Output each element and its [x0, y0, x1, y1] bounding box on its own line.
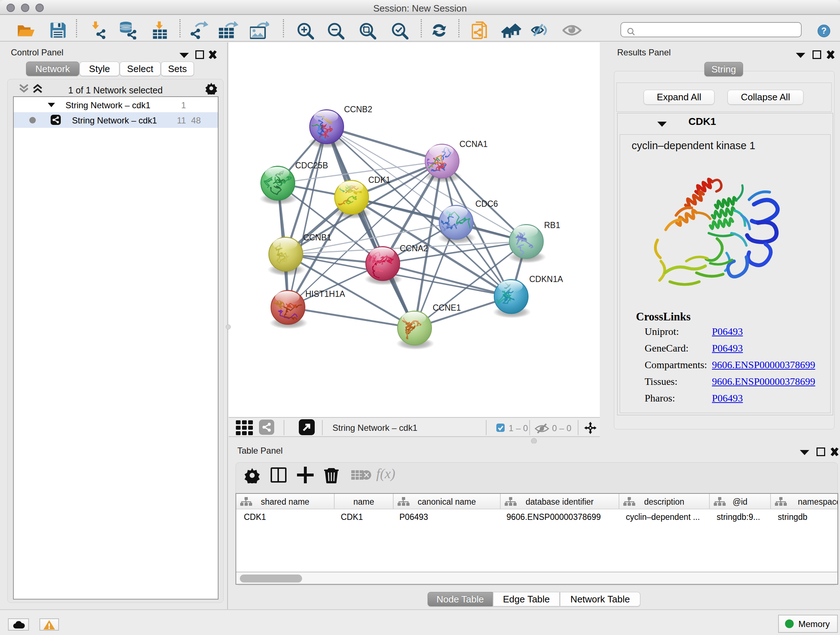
- svg-text:CCNA1: CCNA1: [459, 139, 488, 149]
- svg-text:CCNE1: CCNE1: [433, 303, 461, 312]
- svg-text:CDC6: CDC6: [475, 199, 498, 209]
- svg-text:CCNB2: CCNB2: [344, 105, 372, 114]
- svg-text:?: ?: [821, 26, 827, 35]
- svg-text:RB1: RB1: [544, 220, 561, 230]
- svg-text:CDC25B: CDC25B: [295, 161, 328, 170]
- svg-text:CDK1: CDK1: [368, 175, 390, 185]
- svg-text:CDKN1A: CDKN1A: [529, 274, 563, 284]
- svg-text:HIST1H1A: HIST1H1A: [305, 289, 346, 299]
- svg-text:CCNA2: CCNA2: [400, 244, 428, 253]
- svg-text:CCNB1: CCNB1: [303, 233, 332, 242]
